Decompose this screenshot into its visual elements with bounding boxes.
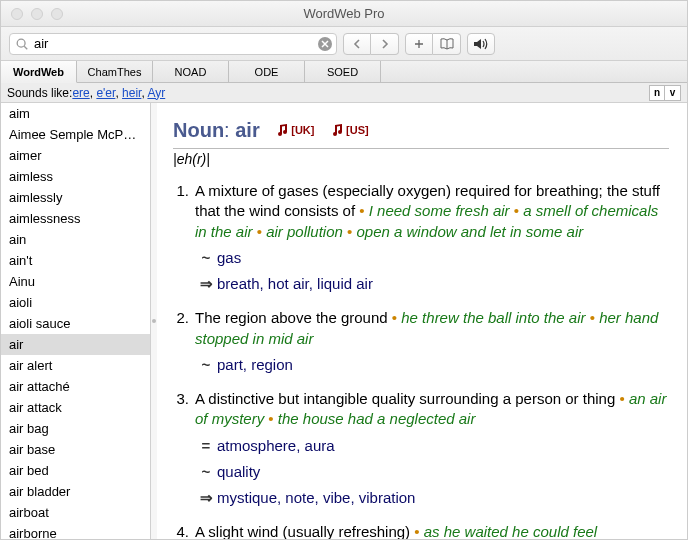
word-list-item[interactable]: air bed xyxy=(1,460,150,481)
tab-chamthes[interactable]: ChamThes xyxy=(77,61,153,83)
sense-body: A slight wind (usually refreshing) • as … xyxy=(195,522,669,539)
relation: ⇒breath, hot air, liquid air xyxy=(195,274,669,294)
example: the house had a neglected air xyxy=(278,410,476,427)
back-button[interactable] xyxy=(343,33,371,55)
word-list-item[interactable]: air alert xyxy=(1,355,150,376)
sounds-like-link[interactable]: e'er xyxy=(96,86,115,100)
close-icon xyxy=(321,40,329,48)
relation-symbol: ~ xyxy=(195,355,217,375)
svg-point-0 xyxy=(17,39,25,47)
sense-body: A distinctive but intangible quality sur… xyxy=(195,389,669,508)
sounds-like-links: ere, e'er, heir, Ayr xyxy=(72,86,165,100)
relation-list[interactable]: gas xyxy=(217,248,241,268)
sense-body: The region above the ground • he threw t… xyxy=(195,308,669,375)
part-of-speech: Noun xyxy=(173,119,224,141)
word-list-item[interactable]: Aimee Semple McPherson xyxy=(1,124,150,145)
word-list-item[interactable]: aimlessly xyxy=(1,187,150,208)
forward-button[interactable] xyxy=(371,33,399,55)
sounds-like-link[interactable]: ere xyxy=(72,86,89,100)
search-input[interactable] xyxy=(9,33,337,55)
audio-uk[interactable]: [UK] xyxy=(275,123,314,137)
search-field-container xyxy=(9,33,337,55)
word-list[interactable]: aimAimee Semple McPhersonaimeraimlessaim… xyxy=(1,103,151,539)
example: air pollution xyxy=(266,223,343,240)
relation-list[interactable]: atmosphere, aura xyxy=(217,436,335,456)
relation-symbol: ~ xyxy=(195,462,217,482)
chevron-right-icon xyxy=(381,39,389,49)
relation-symbol: ⇒ xyxy=(195,274,217,294)
relation-symbol: ~ xyxy=(195,248,217,268)
sounds-like-label: Sounds like: xyxy=(7,86,72,100)
word-list-item[interactable]: airborne xyxy=(1,523,150,539)
example: as he waited he could feel xyxy=(424,523,597,539)
tab-noad[interactable]: NOAD xyxy=(153,61,229,83)
definition-text: A slight wind (usually refreshing) xyxy=(195,523,410,539)
clear-search-button[interactable] xyxy=(318,37,332,51)
window-title: WordWeb Pro xyxy=(1,6,687,21)
svg-line-1 xyxy=(24,46,27,49)
toolbar xyxy=(1,27,687,61)
relation-symbol: = xyxy=(195,436,217,456)
relation-list[interactable]: breath, hot air, liquid air xyxy=(217,274,373,294)
relation: ~part, region xyxy=(195,355,669,375)
tab-soed[interactable]: SOED xyxy=(305,61,381,83)
definition-text: The region above the ground xyxy=(195,309,388,326)
definition-text: A distinctive but intangible quality sur… xyxy=(195,390,615,407)
verb-filter-button[interactable]: v xyxy=(665,85,681,101)
headword: air xyxy=(235,119,259,141)
relation-list[interactable]: quality xyxy=(217,462,260,482)
word-list-item[interactable]: ain't xyxy=(1,250,150,271)
noun-filter-button[interactable]: n xyxy=(649,85,665,101)
tab-wordweb[interactable]: WordWeb xyxy=(1,61,77,83)
tab-ode[interactable]: ODE xyxy=(229,61,305,83)
relation: ~quality xyxy=(195,462,669,482)
word-list-item[interactable]: air base xyxy=(1,439,150,460)
sense-number: 4. xyxy=(173,522,195,539)
dictionary-tabs: WordWebChamThesNOADODESOED xyxy=(1,61,687,83)
relation: =atmosphere, aura xyxy=(195,436,669,456)
pronunciation: |eh(r)| xyxy=(173,148,669,167)
chevron-left-icon xyxy=(353,39,361,49)
sounds-like-link[interactable]: Ayr xyxy=(147,86,165,100)
word-list-item[interactable]: air bag xyxy=(1,418,150,439)
word-list-item[interactable]: air attack xyxy=(1,397,150,418)
sense: 3.A distinctive but intangible quality s… xyxy=(173,389,669,508)
word-list-item[interactable]: air xyxy=(1,334,150,355)
example: open a window and let in some air xyxy=(356,223,583,240)
sense: 2.The region above the ground • he threw… xyxy=(173,308,669,375)
sense-number: 1. xyxy=(173,181,195,294)
relation-symbol: ⇒ xyxy=(195,488,217,508)
headword-line: Noun: air [UK] [US] xyxy=(173,119,669,142)
example: he threw the ball into the air xyxy=(401,309,585,326)
pos-filter: n v xyxy=(649,85,681,101)
word-list-item[interactable]: air attaché xyxy=(1,376,150,397)
example: I need some fresh air xyxy=(369,202,510,219)
word-list-item[interactable]: aim xyxy=(1,103,150,124)
word-list-item[interactable]: Ainu xyxy=(1,271,150,292)
word-list-item[interactable]: aioli sauce xyxy=(1,313,150,334)
sounds-like-link[interactable]: heir xyxy=(122,86,141,100)
note-icon xyxy=(330,123,344,137)
audio-button[interactable] xyxy=(467,33,495,55)
relation-list[interactable]: mystique, note, vibe, vibration xyxy=(217,488,415,508)
search-icon xyxy=(15,37,29,51)
word-list-item[interactable]: aimlessness xyxy=(1,208,150,229)
word-list-item[interactable]: airboat xyxy=(1,502,150,523)
book-icon xyxy=(440,38,454,50)
word-list-item[interactable]: air bladder xyxy=(1,481,150,502)
word-list-item[interactable]: ain xyxy=(1,229,150,250)
bookmarks-button[interactable] xyxy=(433,33,461,55)
definition-pane: Noun: air [UK] [US] |eh(r)| 1.A mixture … xyxy=(157,103,687,539)
add-button[interactable] xyxy=(405,33,433,55)
word-list-item[interactable]: aimless xyxy=(1,166,150,187)
titlebar: WordWeb Pro xyxy=(1,1,687,27)
plus-icon xyxy=(414,39,424,49)
sense-number: 3. xyxy=(173,389,195,508)
sense: 4.A slight wind (usually refreshing) • a… xyxy=(173,522,669,539)
word-list-item[interactable]: aioli xyxy=(1,292,150,313)
sense-body: A mixture of gases (especially oxygen) r… xyxy=(195,181,669,294)
audio-us[interactable]: [US] xyxy=(330,123,369,137)
relation: ~gas xyxy=(195,248,669,268)
word-list-item[interactable]: aimer xyxy=(1,145,150,166)
relation-list[interactable]: part, region xyxy=(217,355,293,375)
